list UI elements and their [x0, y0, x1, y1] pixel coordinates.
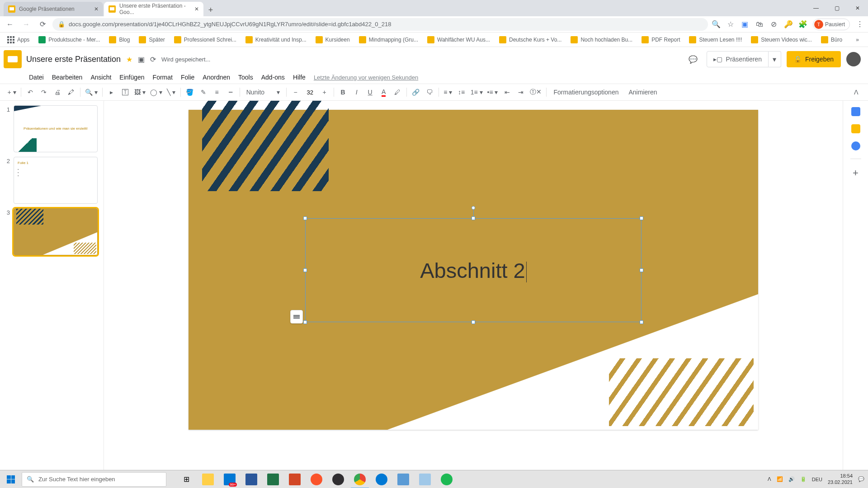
profile-paused-button[interactable]: T Pausiert [813, 19, 850, 30]
word-icon[interactable] [241, 470, 262, 488]
extensions-puzzle-icon[interactable]: 🧩 [798, 20, 807, 29]
powerpoint-icon[interactable] [284, 470, 306, 488]
slides-logo-icon[interactable] [4, 50, 22, 68]
shape-button[interactable]: ◯ ▾ [148, 86, 164, 99]
line-button[interactable]: ╲ ▾ [165, 86, 178, 99]
textbox-button[interactable]: 🅃 [119, 86, 132, 99]
language-indicator[interactable]: DEU [812, 477, 822, 482]
kebab-menu-icon[interactable]: ⋮ [855, 20, 864, 29]
bookmark-item[interactable]: Mindmapping (Gru... [355, 34, 422, 45]
resize-handle[interactable] [303, 320, 307, 324]
brave-icon[interactable] [306, 470, 327, 488]
network-icon[interactable]: 📶 [777, 476, 783, 482]
file-explorer-icon[interactable] [197, 470, 219, 488]
menu-insert[interactable]: Einfügen [116, 72, 148, 83]
maximize-button[interactable]: ▢ [826, 0, 847, 16]
resize-handle[interactable] [303, 216, 307, 220]
slide-thumbnail-2[interactable]: Folie 1 ••• [14, 157, 98, 204]
clock[interactable]: 18:5423.02.2021 [828, 473, 853, 485]
close-window-button[interactable]: ✕ [847, 0, 868, 16]
fill-color-button[interactable]: 🪣 [184, 86, 196, 99]
bookmark-item[interactable]: Produktsuche - Mer... [35, 34, 104, 45]
cloud-save-icon[interactable]: ⟳ [150, 55, 156, 64]
border-dash-button[interactable]: ┅ [224, 86, 237, 99]
forward-button[interactable]: → [20, 18, 33, 31]
collapse-toolbar-icon[interactable]: ᐱ [850, 86, 863, 99]
menu-arrange[interactable]: Anordnen [199, 72, 234, 83]
border-weight-button[interactable]: ≡ [211, 86, 223, 99]
numbered-list-button[interactable]: 1≡ ▾ [469, 86, 485, 99]
menu-help[interactable]: Hilfe [289, 72, 309, 83]
keep-icon[interactable] [851, 124, 860, 133]
qr-icon[interactable]: ▣ [741, 20, 750, 29]
bookmark-item[interactable]: Büro [817, 34, 846, 45]
url-input[interactable]: 🔒 docs.google.com/presentation/d/1je40CL… [52, 18, 708, 31]
notifications-icon[interactable]: 💬 [858, 476, 864, 482]
slide-thumbnail-3[interactable] [14, 208, 98, 255]
highlight-button[interactable]: 🖊 [391, 86, 404, 99]
battery-icon[interactable]: 🔋 [800, 476, 807, 482]
obs-icon[interactable] [327, 470, 349, 488]
text-color-button[interactable]: A [377, 86, 390, 99]
indent-dec-button[interactable]: ⇤ [501, 86, 514, 99]
link-button[interactable]: 🔗 [410, 86, 422, 99]
menu-addons[interactable]: Add-ons [258, 72, 288, 83]
menu-file[interactable]: Datei [25, 72, 47, 83]
paint-format-button[interactable]: 🖍 [65, 86, 77, 99]
comments-icon[interactable]: 💬 [685, 51, 701, 67]
slide-thumbnail-1[interactable]: Präsentationen und wie man sie erstellt! [14, 105, 98, 152]
present-button[interactable]: ▸▢ Präsentieren [707, 51, 769, 67]
present-dropdown-icon[interactable]: ▾ [769, 51, 781, 67]
menu-format[interactable]: Format [149, 72, 176, 83]
menu-tools[interactable]: Tools [235, 72, 257, 83]
comment-button[interactable]: 🗨 [423, 86, 436, 99]
document-title[interactable]: Unsere erste Präsentation [26, 55, 121, 64]
font-size-dec-button[interactable]: − [289, 86, 302, 99]
notepad-icon[interactable] [414, 470, 436, 488]
menu-slide[interactable]: Folie [177, 72, 198, 83]
reload-button[interactable]: ⟳ [36, 18, 49, 31]
tray-chevron-icon[interactable]: ᐱ [768, 476, 771, 482]
font-size-inc-button[interactable]: + [318, 86, 331, 99]
line-spacing-button[interactable]: ↕≡ [455, 86, 468, 99]
zoom-icon[interactable]: 🔍 [712, 20, 721, 29]
move-folder-icon[interactable]: ▣ [138, 55, 145, 64]
bookmark-item[interactable]: PDF Report [638, 34, 684, 45]
bookmark-item[interactable]: Kreativität und Insp... [242, 34, 310, 45]
format-options-button[interactable]: Formatierungsoptionen [549, 86, 623, 99]
mail-icon[interactable]: 99+ [219, 470, 241, 488]
start-button[interactable] [0, 470, 22, 488]
new-slide-button[interactable]: + ▾ [5, 86, 18, 99]
new-tab-button[interactable]: + [204, 4, 217, 16]
resize-handle[interactable] [472, 320, 475, 324]
browser-tab-2[interactable]: Unsere erste Präsentation - Goo... ✕ [104, 2, 203, 16]
taskbar-search[interactable]: 🔍Zur Suche Text hier eingeben [22, 472, 166, 487]
rotate-handle[interactable] [472, 206, 475, 210]
account-avatar[interactable] [846, 52, 861, 66]
image-button[interactable]: 🖼 ▾ [132, 86, 147, 99]
star-icon[interactable]: ★ [126, 55, 132, 64]
slide-canvas-area[interactable]: Abschnitt 2 [104, 101, 843, 472]
apps-button[interactable]: Apps [4, 34, 33, 45]
font-size-input[interactable] [303, 89, 317, 96]
border-color-button[interactable]: ✎ [197, 86, 210, 99]
underline-button[interactable]: U [364, 86, 377, 99]
textbox-content[interactable]: Abschnitt 2 [420, 258, 527, 283]
italic-button[interactable]: I [350, 86, 363, 99]
align-button[interactable]: ≡ ▾ [442, 86, 454, 99]
excel-icon[interactable] [262, 470, 284, 488]
bold-button[interactable]: B [337, 86, 349, 99]
bullet-list-button[interactable]: •≡ ▾ [486, 86, 500, 99]
font-select[interactable]: Nunito▾ [243, 86, 283, 99]
indent-inc-button[interactable]: ⇥ [514, 86, 527, 99]
clear-formatting-button[interactable]: Ⓣ✕ [528, 86, 543, 99]
resize-handle[interactable] [640, 268, 643, 272]
slide-canvas[interactable]: Abschnitt 2 [189, 110, 758, 430]
spotify-icon[interactable] [436, 470, 458, 488]
calendar-icon[interactable] [851, 107, 860, 116]
minimize-button[interactable]: — [806, 0, 826, 16]
print-button[interactable]: 🖨 [51, 86, 64, 99]
share-button[interactable]: 🔒 Freigeben [787, 51, 841, 67]
resize-handle[interactable] [640, 216, 643, 220]
animate-button[interactable]: Animieren [624, 86, 661, 99]
